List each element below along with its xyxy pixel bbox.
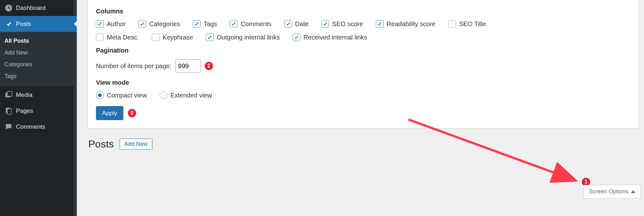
col-meta-desc[interactable]: Meta Desc. [96,33,139,41]
annotation-2: 2 [205,62,213,70]
col-seo-score-label: SEO score [332,20,363,28]
sidebar-item-pages[interactable]: Pages [0,103,77,119]
sidebar-sub-categories[interactable]: Categories [0,59,77,70]
columns-legend: Columns [96,8,630,15]
col-readability-label: Readability score [387,20,435,28]
pages-icon [4,107,13,115]
col-tags[interactable]: Tags [193,20,217,28]
sidebar-item-media[interactable]: Media [0,87,77,103]
sidebar-label-media: Media [16,91,33,98]
viewmode-extended[interactable]: Extended view [160,91,212,99]
checkbox-icon [284,20,292,28]
checkbox-icon [448,20,456,28]
col-date-label: Date [295,20,309,28]
page-title: Posts [88,138,114,150]
viewmode-extended-label: Extended view [171,92,212,99]
checkbox-icon [152,33,159,41]
sidebar-item-comments[interactable]: Comments [0,119,77,135]
checkbox-icon [293,33,300,41]
viewmode-row: Compact view Extended view [96,91,630,99]
radio-icon [160,91,167,99]
col-meta-desc-label: Meta Desc. [107,34,139,41]
columns-row-1: Author Categories Tags Comments Date SEO… [96,20,630,28]
add-new-button[interactable]: Add New [120,139,152,150]
screen-options-label: Screen Options [589,188,628,195]
main-content: Columns Author Categories Tags Comments … [77,0,644,216]
pagination-row: Number of items per page: 2 [96,59,630,73]
checkbox-icon [230,20,238,28]
items-per-page-input[interactable] [175,59,201,73]
sidebar-item-dashboard[interactable]: Dashboard [0,0,77,16]
sidebar-sub-add-new[interactable]: Add New [0,47,77,59]
col-comments-label: Comments [241,20,272,28]
col-readability[interactable]: Readability score [376,20,435,28]
sidebar-sub-all-posts[interactable]: All Posts [0,35,77,47]
sidebar-item-posts[interactable]: Posts [0,16,77,32]
svg-rect-4 [7,109,11,114]
sidebar-label-comments: Comments [16,123,45,130]
viewmode-compact[interactable]: Compact view [96,91,147,99]
checkbox-icon [138,20,146,28]
viewmode-compact-label: Compact view [107,92,147,99]
admin-sidebar: Dashboard Posts All Posts Add New Catego… [0,0,77,216]
col-categories-label: Categories [149,20,180,28]
screen-options-panel: Columns Author Categories Tags Comments … [87,0,639,129]
sidebar-label-posts: Posts [16,20,31,27]
page-heading-row: Posts Add New [88,138,644,150]
col-author[interactable]: Author [96,20,126,28]
col-categories[interactable]: Categories [138,20,180,28]
col-author-label: Author [107,20,126,28]
media-icon [4,91,13,99]
col-seo-score[interactable]: SEO score [321,20,363,28]
checkbox-icon [193,20,201,28]
annotation-3: 3 [128,109,136,117]
col-out-links-label: Outgoing internal links [217,34,280,41]
col-in-links[interactable]: Received internal links [293,33,367,41]
col-comments[interactable]: Comments [230,20,272,28]
col-keyphrase[interactable]: Keyphrase [152,33,193,41]
col-date[interactable]: Date [284,20,309,28]
checkbox-icon [376,20,384,28]
pin-icon [4,20,13,28]
caret-up-icon [631,190,635,193]
pagination-legend: Pagination [96,47,630,54]
sidebar-scrollbar[interactable] [73,0,77,216]
apply-button[interactable]: Apply [96,106,123,120]
radio-icon [96,91,104,99]
comments-icon [4,123,13,131]
col-in-links-label: Received internal links [304,34,367,41]
col-tags-label: Tags [204,20,217,28]
checkbox-icon [321,20,329,28]
dashboard-icon [4,4,13,12]
sidebar-submenu-posts: All Posts Add New Categories Tags [0,32,77,87]
svg-rect-2 [7,91,12,96]
checkbox-icon [206,33,214,41]
sidebar-label-pages: Pages [16,107,33,114]
checkbox-icon [96,33,104,41]
col-keyphrase-label: Keyphrase [163,34,193,41]
col-out-links[interactable]: Outgoing internal links [206,33,280,41]
items-per-page-label: Number of items per page: [96,62,172,70]
screen-options-tab[interactable]: Screen Options [583,185,641,198]
checkbox-icon [96,20,104,28]
col-seo-title-label: SEO Title [459,20,486,28]
col-seo-title[interactable]: SEO Title [448,20,486,28]
columns-row-2: Meta Desc. Keyphrase Outgoing internal l… [96,33,630,41]
sidebar-label-dashboard: Dashboard [16,4,46,11]
apply-row: Apply 3 [96,106,630,120]
sidebar-sub-tags[interactable]: Tags [0,70,77,82]
viewmode-legend: View mode [96,79,630,86]
